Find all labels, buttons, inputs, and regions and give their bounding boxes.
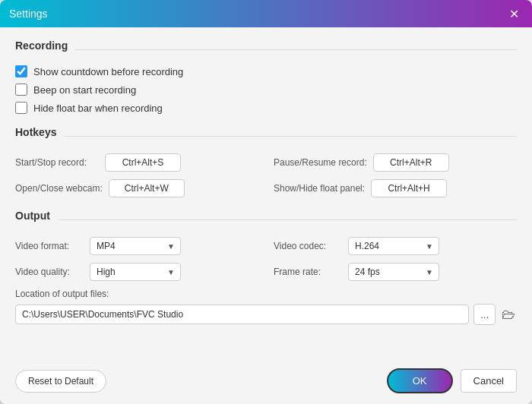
close-button[interactable]: ✕: [505, 5, 523, 23]
hide-float-bar-checkbox[interactable]: [15, 102, 27, 114]
hide-float-bar-label[interactable]: Hide float bar when recording: [33, 103, 163, 114]
webcam-label: Open/Close webcam:: [15, 183, 103, 194]
hotkey-rows-right: Pause/Resume record: Show/Hide float pan…: [274, 153, 517, 197]
output-right: Video codec: H.264 H.265 ▼ Frame rate:: [274, 237, 517, 281]
title-bar: Settings ✕: [0, 0, 532, 27]
show-countdown-checkbox[interactable]: [15, 65, 27, 77]
video-format-label: Video format:: [15, 241, 84, 251]
hotkeys-section-title: Hotkeys: [15, 126, 56, 138]
float-panel-input[interactable]: [371, 179, 447, 197]
show-countdown-label[interactable]: Show countdown before recording: [33, 66, 183, 77]
browse-dots-button[interactable]: ...: [473, 304, 496, 325]
recording-section-title: Recording: [15, 39, 68, 52]
video-format-wrapper: MP4 AVI MOV ▼: [90, 237, 181, 255]
checkbox-row-1: Show countdown before recording: [15, 65, 517, 77]
hotkeys-grid: Start/Stop record: Open/Close webcam: Pa…: [15, 153, 517, 197]
settings-window: Settings ✕ Recording Show countdown befo…: [0, 0, 532, 404]
window-title: Settings: [9, 8, 48, 20]
folder-icon: 🗁: [502, 307, 515, 323]
location-label: Location of output files:: [15, 289, 517, 299]
video-codec-row: Video codec: H.264 H.265 ▼: [274, 237, 517, 255]
cancel-button[interactable]: Cancel: [461, 369, 517, 393]
location-input[interactable]: [15, 305, 469, 324]
hotkey-row-float-panel: Show/Hide float panel:: [274, 179, 517, 197]
video-quality-select[interactable]: High Medium Low: [90, 263, 181, 281]
video-quality-row: Video quality: High Medium Low ▼: [15, 263, 258, 281]
hotkey-row-start-stop: Start/Stop record:: [15, 153, 258, 172]
output-grid: Video format: MP4 AVI MOV ▼ Video qualit…: [15, 237, 517, 281]
location-row: ... 🗁: [15, 304, 517, 325]
frame-rate-select[interactable]: 24 fps 30 fps 60 fps: [348, 263, 439, 281]
beep-on-start-checkbox[interactable]: [15, 84, 27, 96]
hotkey-row-pause-resume: Pause/Resume record:: [274, 153, 517, 172]
ok-button[interactable]: OK: [387, 368, 453, 393]
checkbox-row-2: Beep on start recording: [15, 84, 517, 96]
video-format-row: Video format: MP4 AVI MOV ▼: [15, 237, 258, 255]
float-panel-label: Show/Hide float panel:: [274, 183, 365, 194]
recording-section: Recording Show countdown before recordin…: [15, 39, 517, 114]
hotkey-row-webcam: Open/Close webcam:: [15, 179, 258, 197]
pause-resume-input[interactable]: [373, 153, 449, 172]
hotkeys-section: Hotkeys Start/Stop record: Open/Close we…: [15, 126, 517, 197]
video-codec-label: Video codec:: [274, 241, 342, 251]
reset-to-default-button[interactable]: Reset to Default: [15, 370, 106, 393]
content-area: Recording Show countdown before recordin…: [0, 27, 532, 361]
start-stop-label: Start/Stop record:: [15, 157, 99, 168]
frame-rate-row: Frame rate: 24 fps 30 fps 60 fps ▼: [274, 263, 517, 281]
pause-resume-label: Pause/Resume record:: [274, 157, 367, 168]
video-format-select[interactable]: MP4 AVI MOV: [90, 237, 181, 255]
output-section-title: Output: [15, 210, 50, 222]
checkbox-row-3: Hide float bar when recording: [15, 102, 517, 114]
hotkey-rows-left: Start/Stop record: Open/Close webcam:: [15, 153, 258, 197]
output-left: Video format: MP4 AVI MOV ▼ Video qualit…: [15, 237, 258, 281]
output-section: Output Video format: MP4 AVI MOV: [15, 210, 517, 325]
footer-buttons-right: OK Cancel: [387, 368, 517, 393]
footer: Reset to Default OK Cancel: [0, 361, 532, 404]
frame-rate-label: Frame rate:: [274, 267, 342, 277]
beep-on-start-label[interactable]: Beep on start recording: [33, 84, 136, 96]
start-stop-input[interactable]: [105, 153, 181, 172]
video-codec-wrapper: H.264 H.265 ▼: [348, 237, 439, 255]
video-quality-label: Video quality:: [15, 267, 84, 277]
location-section: Location of output files: ... 🗁: [15, 289, 517, 325]
video-quality-wrapper: High Medium Low ▼: [90, 263, 181, 281]
webcam-input[interactable]: [109, 179, 185, 197]
open-folder-button[interactable]: 🗁: [500, 305, 517, 324]
video-codec-select[interactable]: H.264 H.265: [348, 237, 439, 255]
frame-rate-wrapper: 24 fps 30 fps 60 fps ▼: [348, 263, 439, 281]
